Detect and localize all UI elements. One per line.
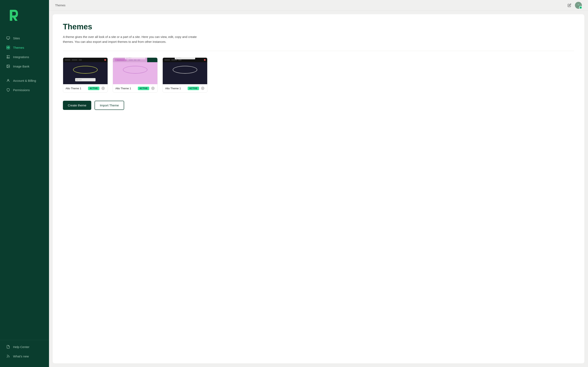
preview-search-bar-2: Search	[125, 58, 145, 59]
image-bank-icon	[6, 64, 10, 68]
preview-close-3	[204, 59, 206, 61]
theme-name-1: Alto Theme 1	[66, 87, 81, 90]
sidebar-item-help-center[interactable]: Help Center	[0, 342, 49, 351]
theme-right-2: ACTIVE	[138, 86, 155, 90]
sidebar-item-permissions-label: Permissions	[13, 88, 30, 92]
page-title: Themes	[63, 22, 574, 31]
theme-name-3: Alto Theme 1	[165, 87, 181, 90]
sidebar-item-account-billing-label: Account & Billing	[13, 79, 36, 82]
edit-icon-button[interactable]	[567, 3, 572, 8]
sidebar-bottom: Help Center What's new	[0, 340, 49, 367]
sidebar-logo	[0, 0, 49, 31]
theme-right-3: ACTIVE	[188, 86, 205, 90]
theme-card-2[interactable]: Human Resources	[113, 58, 158, 92]
preview-green-corner	[147, 58, 157, 62]
sidebar-item-whats-new[interactable]: What's new	[0, 351, 49, 361]
theme-info-2: Alto Theme 1 ACTIVE	[113, 84, 157, 92]
theme-right-1: ACTIVE	[88, 86, 105, 90]
preview-search-text-3: Search	[178, 58, 181, 58]
page-content: Themes A theme gives the over all look o…	[49, 11, 588, 367]
sidebar-item-whats-new-label: What's new	[13, 355, 29, 358]
preview-nav-d1	[164, 59, 170, 60]
sidebar-item-integrations[interactable]: Integrations	[0, 52, 49, 62]
sidebar-item-sites-label: Sites	[13, 36, 20, 40]
preview-nav-d3	[178, 59, 182, 60]
active-badge-2: ACTIVE	[138, 87, 149, 90]
sidebar-item-image-bank[interactable]: Image Bank	[0, 62, 49, 71]
preview-oval-pink	[123, 66, 147, 74]
theme-preview-2: Human Resources	[113, 58, 157, 84]
svg-point-6	[7, 66, 8, 66]
preview-search-bar-3: Search	[175, 58, 195, 59]
preview-oval-yellow	[73, 66, 98, 74]
theme-card-1[interactable]: Search Alto Theme 1 ACTIVE	[63, 58, 108, 92]
preview-search-bar-1: Search	[75, 78, 95, 81]
sidebar-item-integrations-label: Integrations	[13, 55, 29, 59]
sidebar-item-themes[interactable]: Themes	[0, 43, 49, 52]
svg-point-7	[8, 79, 9, 81]
sidebar-item-help-center-label: Help Center	[13, 345, 29, 349]
sidebar: Sites Themes Integrations Image Bank	[0, 0, 49, 367]
theme-preview-3: Search	[163, 58, 207, 84]
notification-badge: 0	[579, 6, 582, 9]
preview-nav-3	[79, 59, 82, 60]
content-card: Themes A theme gives the over all look o…	[53, 14, 584, 363]
svg-point-9	[578, 4, 579, 5]
topbar: Themes 0	[49, 0, 588, 11]
theme-preview-1: Search	[63, 58, 108, 84]
action-buttons: Create theme Import Theme	[63, 101, 574, 110]
sites-icon	[6, 36, 10, 40]
theme-settings-button-1[interactable]	[101, 86, 105, 90]
svg-rect-4	[8, 48, 10, 49]
preview-search-icon-3	[176, 58, 177, 58]
breadcrumb: Themes	[55, 4, 66, 7]
preview-nav-2	[72, 59, 77, 60]
create-theme-button[interactable]: Create theme	[63, 101, 91, 110]
svg-point-12	[202, 88, 203, 89]
sidebar-item-sites[interactable]: Sites	[0, 33, 49, 43]
preview-close-1	[104, 59, 106, 61]
app-logo-icon	[6, 8, 20, 22]
svg-point-11	[153, 88, 153, 89]
main-content: Themes 0 Themes A theme gives the over a…	[49, 0, 588, 367]
account-billing-icon	[6, 78, 10, 83]
sidebar-item-themes-label: Themes	[13, 46, 24, 49]
import-theme-button[interactable]: Import Theme	[95, 101, 124, 110]
theme-name-2: Alto Theme 1	[115, 87, 131, 90]
preview-nav-1	[65, 59, 70, 60]
sidebar-item-account-billing[interactable]: Account & Billing	[0, 76, 49, 85]
preview-body-1: Search	[63, 62, 108, 84]
sidebar-navigation: Sites Themes Integrations Image Bank	[0, 31, 49, 338]
topbar-actions: 0	[567, 2, 582, 9]
content-divider	[63, 51, 574, 51]
preview-search-icon-1	[76, 79, 78, 81]
preview-oval-white	[173, 66, 197, 74]
sidebar-item-permissions[interactable]: Permissions	[0, 85, 49, 95]
themes-icon	[6, 45, 10, 50]
active-badge-1: ACTIVE	[88, 87, 99, 90]
preview-search-text-1: Search	[78, 79, 82, 80]
page-description: A theme gives the over all look of a sit…	[63, 34, 206, 44]
active-badge-3: ACTIVE	[188, 87, 199, 90]
help-center-icon	[6, 345, 10, 349]
sidebar-item-image-bank-label: Image Bank	[13, 65, 29, 68]
preview-topbar-1	[63, 58, 108, 62]
svg-rect-2	[8, 46, 10, 48]
integrations-icon	[6, 55, 10, 59]
user-avatar[interactable]: 0	[575, 2, 582, 9]
theme-info-3: Alto Theme 1 ACTIVE	[163, 84, 207, 92]
theme-settings-button-2[interactable]	[151, 86, 155, 90]
theme-settings-button-3[interactable]	[201, 86, 205, 90]
whats-new-icon	[6, 354, 10, 358]
svg-rect-0	[7, 37, 10, 39]
themes-grid: Search Alto Theme 1 ACTIVE	[63, 58, 574, 92]
preview-search-text-2: Search	[128, 58, 131, 58]
svg-point-8	[7, 357, 7, 358]
theme-card-3[interactable]: Search Alto Theme 1 ACTIVE	[163, 58, 208, 92]
svg-point-10	[103, 88, 104, 89]
preview-nav-d2	[171, 59, 177, 60]
permissions-icon	[6, 88, 10, 92]
theme-info-1: Alto Theme 1 ACTIVE	[63, 84, 108, 92]
svg-rect-1	[7, 46, 8, 48]
svg-rect-3	[7, 48, 8, 49]
